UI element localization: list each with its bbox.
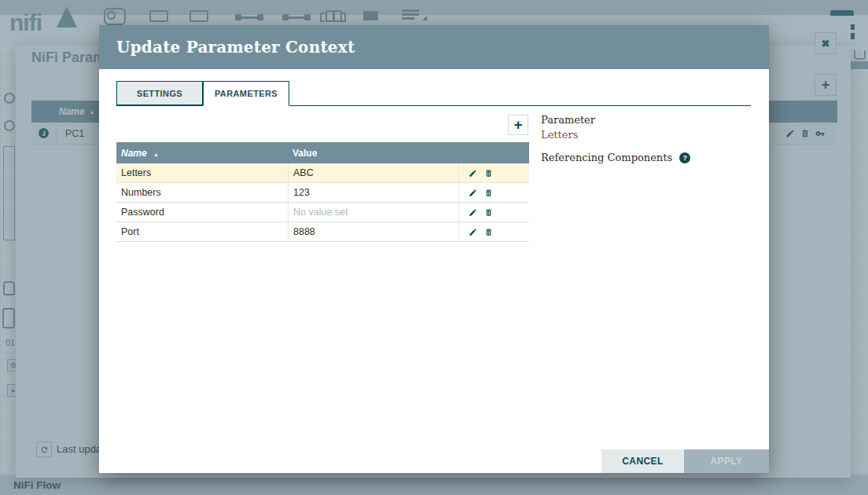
- parameter-value: 123: [293, 187, 310, 198]
- tab-parameters[interactable]: PARAMETERS: [203, 81, 289, 106]
- edit-icon[interactable]: [469, 189, 477, 197]
- name-column-header[interactable]: Name ▲: [116, 148, 288, 159]
- edit-icon[interactable]: [469, 208, 477, 217]
- delete-icon[interactable]: [484, 169, 493, 178]
- parameter-selected-value: Letters: [541, 129, 690, 141]
- parameters-table: Name ▲ Value Letters ABC Numbers 123 Pas…: [116, 142, 529, 242]
- parameter-name: Port: [116, 226, 288, 237]
- table-row[interactable]: Password No value set: [116, 203, 529, 222]
- cancel-button[interactable]: CANCEL: [601, 449, 684, 473]
- help-icon[interactable]: ?: [679, 152, 690, 163]
- referencing-components-row: Referencing Components ?: [541, 152, 690, 163]
- dialog-header: Update Parameter Context: [99, 25, 769, 69]
- parameter-name: Password: [116, 207, 288, 218]
- sort-asc-icon: ▲: [153, 152, 159, 157]
- table-row[interactable]: Port 8888: [116, 222, 529, 242]
- delete-icon[interactable]: [484, 208, 493, 217]
- parameter-value: ABC: [293, 167, 314, 178]
- tab-settings[interactable]: SETTINGS: [116, 81, 203, 105]
- dialog-title: Update Parameter Context: [99, 25, 769, 69]
- edit-icon[interactable]: [469, 228, 477, 236]
- referencing-components-label: Referencing Components: [541, 152, 672, 163]
- parameter-name: Numbers: [116, 187, 288, 198]
- tab-bar: SETTINGS PARAMETERS: [116, 81, 751, 106]
- dialog-buttons: CANCEL APPLY: [601, 449, 769, 473]
- parameter-name: Letters: [116, 167, 288, 178]
- delete-icon[interactable]: [484, 189, 493, 197]
- parameters-table-header[interactable]: Name ▲ Value: [116, 142, 529, 163]
- table-row[interactable]: Numbers 123: [116, 183, 529, 203]
- update-parameter-context-dialog: Update Parameter Context SETTINGS PARAME…: [99, 25, 769, 473]
- add-parameter-button[interactable]: +: [508, 115, 528, 135]
- apply-button[interactable]: APPLY: [684, 449, 769, 473]
- table-row[interactable]: Letters ABC: [116, 163, 529, 183]
- parameter-details-panel: Parameter Letters Referencing Components…: [541, 114, 690, 163]
- parameter-label: Parameter: [541, 114, 690, 126]
- parameter-value: 8888: [293, 226, 315, 237]
- delete-icon[interactable]: [484, 228, 493, 236]
- edit-icon[interactable]: [469, 169, 477, 178]
- parameter-value-unset: No value set: [293, 207, 348, 218]
- value-column-header[interactable]: Value: [288, 148, 458, 159]
